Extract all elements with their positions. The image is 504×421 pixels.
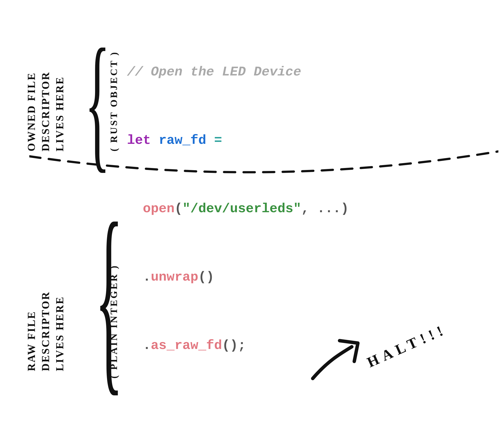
code-keyword-let: let [127,133,151,148]
label-owned-file-l2: DESCRIPTOR [40,71,52,151]
code-paren-unwrap-1: () [198,270,214,284]
label-raw-file-l2: DESCRIPTOR [40,291,52,371]
label-raw-file: RAW FILE DESCRIPTOR LIVES HERE [24,291,67,371]
brace-bottom: { [95,176,123,417]
label-raw-file-l3: LIVES HERE [54,296,66,371]
code-op-eq: = [214,133,222,148]
halt-annotation: HALT!!! [308,298,479,396]
code-comma-1: , [301,201,309,216]
code-paren-open-l: ( [174,201,182,216]
label-owned-file-l3: LIVES HERE [54,76,66,151]
code-dot-2: . [143,338,151,353]
code-fn-asrawfd: as_raw_fd [151,338,222,353]
code-fn-unwrap-1: unwrap [151,270,198,284]
label-owned-file-l1: OWNED FILE [25,72,37,151]
code-ident-rawfd: raw_fd [159,133,206,148]
code-paren-asrawfd: () [222,338,238,353]
code-paren-open-r: ) [341,201,349,216]
diagram-root: OWNED FILE DESCRIPTOR LIVES HERE ( RUST … [0,0,504,421]
code-fn-open: open [143,201,175,216]
label-owned-file: OWNED FILE DESCRIPTOR LIVES HERE [24,71,67,151]
code-string-path: "/dev/userleds" [182,201,301,216]
code-semi-1: ; [238,338,246,353]
code-comment-open: // Open the LED Device [127,64,301,79]
label-raw-file-l1: RAW FILE [25,311,37,371]
code-ellipsis: ... [317,201,341,216]
code-dot-1: . [143,270,151,284]
